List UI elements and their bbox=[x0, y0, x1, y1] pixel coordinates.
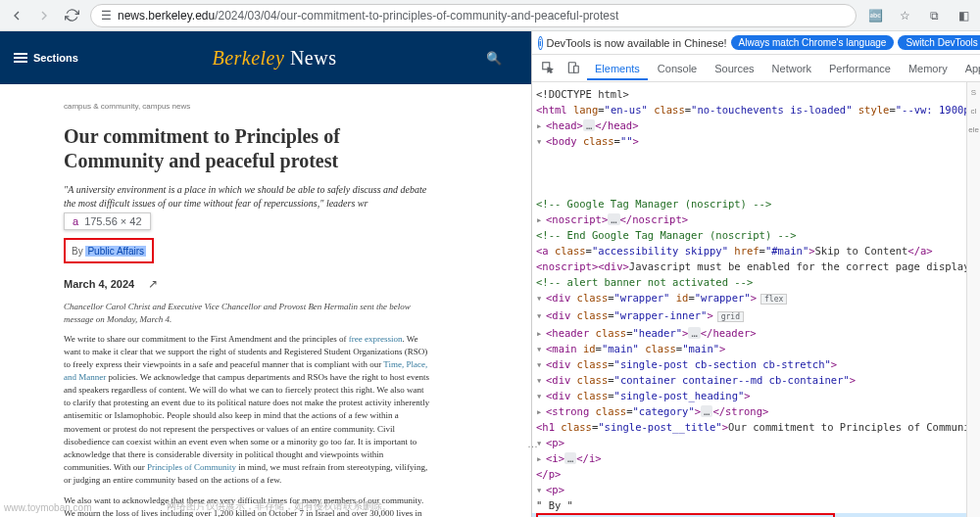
tooltip-dims: 175.56 × 42 bbox=[84, 215, 141, 227]
tab-memory[interactable]: Memory bbox=[901, 57, 956, 80]
tab-elements[interactable]: Elements bbox=[587, 57, 648, 80]
profile-icon[interactable]: ◧ bbox=[955, 7, 972, 24]
pill-switch-chinese[interactable]: Switch DevTools to Chinese bbox=[898, 35, 980, 50]
article-paragraph-1: We write to share our commitment to the … bbox=[64, 333, 431, 487]
info-icon: i bbox=[538, 36, 543, 50]
url-path: /2024/03/04/our-commitment-to-principles… bbox=[215, 9, 618, 23]
selected-dom-node[interactable]: <a href="/author/news">Public Affairs</a… bbox=[532, 513, 966, 517]
reload-button[interactable] bbox=[63, 7, 80, 24]
article: campus & community, campus news Our comm… bbox=[0, 84, 480, 517]
devtools-tabs: Elements Console Sources Network Perform… bbox=[532, 55, 980, 82]
tab-performance[interactable]: Performance bbox=[821, 57, 899, 80]
page-viewport: Sections Berkeley News 🔍 campus & commun… bbox=[0, 31, 531, 517]
tab-sources[interactable]: Sources bbox=[707, 57, 761, 80]
brand-news: News bbox=[284, 47, 336, 69]
author-link[interactable]: Public Affairs bbox=[85, 246, 146, 257]
watermark-2: 网络图片仅供展示，非存储，如有侵权请联系删除。 bbox=[167, 499, 392, 513]
site-brand[interactable]: Berkeley News bbox=[92, 47, 457, 70]
extensions-icon[interactable]: ⧉ bbox=[925, 7, 943, 24]
publish-date: March 4, 2024 bbox=[64, 278, 134, 290]
devtools-infobar: i DevTools is now available in Chinese! … bbox=[532, 31, 980, 55]
pill-match-lang[interactable]: Always match Chrome's language bbox=[731, 35, 895, 50]
tooltip-tag: a bbox=[73, 215, 78, 227]
svg-rect-2 bbox=[574, 66, 579, 72]
back-button[interactable] bbox=[8, 7, 25, 24]
dom-tree[interactable]: <!DOCTYPE html> <html lang="en-us" class… bbox=[532, 82, 966, 517]
address-bar[interactable]: ☰ news.berkeley.edu/2024/03/04/our-commi… bbox=[90, 4, 857, 27]
link-free-expression[interactable]: free expression bbox=[349, 334, 403, 344]
inspect-icon[interactable] bbox=[536, 57, 560, 80]
tab-console[interactable]: Console bbox=[650, 57, 705, 80]
hamburger-icon bbox=[14, 53, 27, 63]
page-title: Our commitment to Principles of Communit… bbox=[64, 124, 431, 173]
site-info-icon[interactable]: ☰ bbox=[101, 9, 112, 23]
byline-prefix: By bbox=[72, 246, 85, 257]
link-principles[interactable]: Principles of Community bbox=[147, 462, 236, 472]
sections-button[interactable]: Sections bbox=[0, 52, 92, 64]
infobar-text: DevTools is now available in Chinese! bbox=[547, 37, 727, 49]
tab-network[interactable]: Network bbox=[764, 57, 819, 80]
device-icon[interactable] bbox=[562, 57, 585, 80]
element-tooltip: a 175.56 × 42 bbox=[64, 212, 151, 230]
sections-label: Sections bbox=[33, 52, 78, 64]
site-header: Sections Berkeley News 🔍 bbox=[0, 31, 531, 84]
forward-button[interactable] bbox=[35, 7, 53, 24]
byline-highlight: By Public Affairs bbox=[64, 238, 154, 263]
gutter-ellipsis: … bbox=[527, 438, 540, 449]
article-intro: Chancellor Carol Christ and Executive Vi… bbox=[64, 301, 431, 325]
search-icon[interactable]: 🔍 bbox=[457, 51, 531, 66]
translate-icon[interactable]: 🔤 bbox=[866, 7, 884, 24]
watermark-1: www.toymoban.com bbox=[4, 502, 91, 513]
devtools-panel: i DevTools is now available in Chinese! … bbox=[531, 31, 980, 517]
styles-sidebar[interactable]: S cl ele bbox=[966, 82, 980, 517]
bookmark-icon[interactable]: ☆ bbox=[896, 7, 913, 24]
breadcrumb[interactable]: campus & community, campus news bbox=[64, 102, 431, 111]
tab-application[interactable]: Application bbox=[957, 57, 980, 80]
share-icon[interactable]: ↗ bbox=[148, 277, 158, 291]
browser-toolbar: ☰ news.berkeley.edu/2024/03/04/our-commi… bbox=[0, 0, 980, 31]
url-host: news.berkeley.edu bbox=[118, 9, 215, 23]
brand-berkeley: Berkeley bbox=[212, 47, 284, 69]
article-lead: "A university environment is a place in … bbox=[64, 183, 431, 211]
